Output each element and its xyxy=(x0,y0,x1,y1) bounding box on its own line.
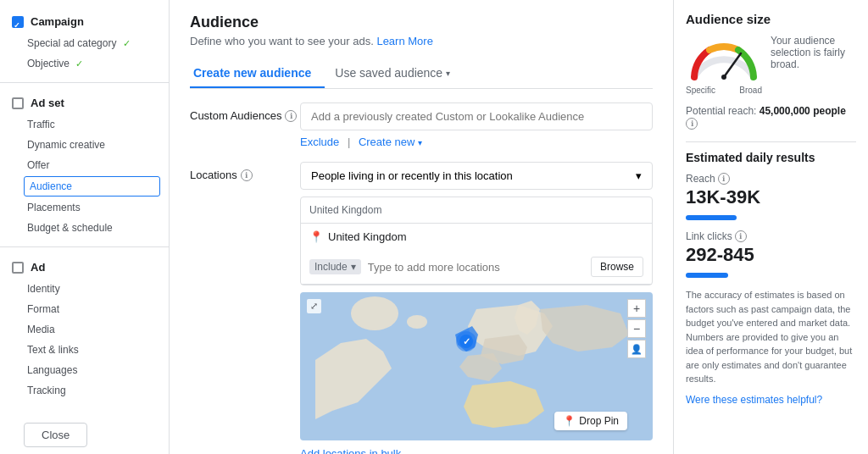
chevron-down-icon: ▾ xyxy=(446,69,450,78)
locations-label: Locations ℹ xyxy=(190,162,300,181)
panel-divider xyxy=(686,141,856,142)
svg-text:✓: ✓ xyxy=(463,336,470,346)
location-search-row: Include ▾ Browse xyxy=(301,250,652,285)
sidebar-item-media[interactable]: Media xyxy=(0,319,169,340)
sidebar-item-text-links[interactable]: Text & links xyxy=(0,340,169,360)
custom-audiences-info-icon[interactable]: ℹ xyxy=(285,110,297,122)
campaign-label: Campaign xyxy=(31,15,84,28)
adset-header[interactable]: Ad set xyxy=(0,91,169,114)
custom-audiences-input[interactable] xyxy=(300,102,653,130)
sidebar-item-offer[interactable]: Offer xyxy=(0,155,169,175)
svg-point-1 xyxy=(351,296,398,330)
location-box: United Kingdom 📍 United Kingdom Include … xyxy=(300,197,653,285)
tab-create-new[interactable]: Create new audience xyxy=(190,59,325,88)
sidebar-item-tracking[interactable]: Tracking xyxy=(0,380,169,401)
close-section: Close xyxy=(0,407,169,454)
drop-pin-badge[interactable]: 📍 Drop Pin xyxy=(554,412,627,430)
location-type-dropdown[interactable]: People living in or recently in this loc… xyxy=(300,162,653,190)
map-controls: + − 👤 xyxy=(627,299,646,358)
checkmark-icon: ✓ xyxy=(123,38,131,48)
audience-actions: Exclude | Create new ▾ xyxy=(300,136,653,148)
location-selected: 📍 United Kingdom xyxy=(301,223,652,250)
create-new-arrow-icon: ▾ xyxy=(418,138,422,147)
divider xyxy=(0,82,169,83)
gauge-wrap: Specific Broad xyxy=(686,35,762,95)
ad-label: Ad xyxy=(31,261,45,274)
map-zoom-in-button[interactable]: + xyxy=(627,299,646,318)
sidebar-item-identity[interactable]: Identity xyxy=(0,279,169,299)
exclude-link[interactable]: Exclude xyxy=(300,136,339,148)
helpful-link[interactable]: Were these estimates helpful? xyxy=(686,394,822,406)
adset-label: Ad set xyxy=(31,97,64,109)
custom-audiences-control: Exclude | Create new ▾ xyxy=(300,102,653,148)
create-new-link[interactable]: Create new ▾ xyxy=(359,136,422,148)
pin-icon: 📍 xyxy=(309,230,323,243)
link-clicks-value: 292-845 xyxy=(686,244,856,266)
adset-checkbox-icon xyxy=(12,97,24,109)
browse-button[interactable]: Browse xyxy=(591,257,643,277)
sidebar-item-objective[interactable]: Objective ✓ xyxy=(0,53,169,74)
include-chevron-icon: ▾ xyxy=(351,261,356,273)
right-panel: Audience size Specific Broad Your audie xyxy=(673,0,868,454)
learn-more-link[interactable]: Learn More xyxy=(376,35,432,47)
sidebar-item-dynamic-creative[interactable]: Dynamic creative xyxy=(0,135,169,155)
pin-icon-small: 📍 xyxy=(563,415,576,427)
ad-checkbox-icon xyxy=(12,262,24,274)
ad-header[interactable]: Ad xyxy=(0,256,169,279)
reach-info-icon[interactable]: ℹ xyxy=(686,118,698,130)
potential-reach: Potential reach: 45,000,000 people ℹ xyxy=(686,105,856,130)
sidebar-item-special-ad-category[interactable]: Special ad category ✓ xyxy=(0,33,169,53)
gauge-svg xyxy=(686,35,762,81)
campaign-section: ✓ Campaign Special ad category ✓ Objecti… xyxy=(0,10,169,74)
locations-row: Locations ℹ People living in or recently… xyxy=(190,162,653,454)
include-dropdown[interactable]: Include ▾ xyxy=(309,259,361,274)
custom-audiences-label: Custom Audiences ℹ xyxy=(190,102,300,122)
reach-metric-value: 13K-39K xyxy=(686,186,856,208)
sidebar-item-format[interactable]: Format xyxy=(0,299,169,319)
gauge-labels: Specific Broad xyxy=(686,86,762,95)
ad-section: Ad Identity Format Media Text & links La… xyxy=(0,256,169,401)
adset-section: Ad set Traffic Dynamic creative Offer Au… xyxy=(0,91,169,238)
audience-title: Audience xyxy=(190,14,653,31)
link-clicks-label: Link clicks ℹ xyxy=(686,230,856,242)
main-content: Audience Define who you want to see your… xyxy=(170,0,673,454)
dropdown-chevron-icon: ▾ xyxy=(636,169,642,182)
map-expand-icon[interactable]: ⤢ xyxy=(307,299,321,313)
locations-control: People living in or recently in this loc… xyxy=(300,162,653,454)
sidebar-item-audience[interactable]: Audience xyxy=(24,176,160,197)
tabs: Create new audience Use saved audience ▾ xyxy=(190,59,653,89)
svg-point-7 xyxy=(721,75,726,80)
campaign-header[interactable]: ✓ Campaign xyxy=(0,10,169,33)
locations-info-icon[interactable]: ℹ xyxy=(241,169,253,181)
reach-metric-info-icon[interactable]: ℹ xyxy=(718,173,730,185)
reach-metric-label: Reach ℹ xyxy=(686,173,856,185)
link-clicks-info-icon[interactable]: ℹ xyxy=(735,230,747,242)
sidebar-item-languages[interactable]: Languages xyxy=(0,360,169,380)
tab-use-saved[interactable]: Use saved audience ▾ xyxy=(331,59,464,88)
disclaimer-text: The accuracy of estimates is based on fa… xyxy=(686,288,856,386)
close-button[interactable]: Close xyxy=(24,423,87,447)
map-person-icon[interactable]: 👤 xyxy=(627,340,646,358)
audience-subtitle: Define who you want to see your ads. Lea… xyxy=(190,35,653,47)
sidebar-item-budget-schedule[interactable]: Budget & schedule xyxy=(0,218,169,238)
sidebar-item-traffic[interactable]: Traffic xyxy=(0,114,169,135)
location-search-input[interactable] xyxy=(368,261,591,274)
add-locations-bulk-link[interactable]: Add locations in bulk xyxy=(300,447,653,454)
checkmark-icon: ✓ xyxy=(75,58,83,69)
map-container: ✓ + − 👤 📍 Drop Pin ⤢ xyxy=(300,292,653,440)
sidebar: ✓ Campaign Special ad category ✓ Objecti… xyxy=(0,0,170,454)
map-zoom-out-button[interactable]: − xyxy=(627,319,646,338)
location-name-display: United Kingdom xyxy=(301,197,652,223)
divider2 xyxy=(0,246,169,247)
campaign-checkbox-icon: ✓ xyxy=(12,16,24,28)
reach-metric-bar xyxy=(686,215,737,220)
estimated-title: Estimated daily results xyxy=(686,151,856,164)
gauge-description: Your audience selection is fairly broad. xyxy=(771,35,856,70)
link-clicks-bar xyxy=(686,273,728,278)
custom-audiences-row: Custom Audiences ℹ Exclude | Create new … xyxy=(190,102,653,148)
gauge-container: Specific Broad Your audience selection i… xyxy=(686,35,856,95)
audience-size-title: Audience size xyxy=(686,12,856,26)
svg-point-2 xyxy=(407,315,427,329)
sidebar-item-placements[interactable]: Placements xyxy=(0,197,169,218)
